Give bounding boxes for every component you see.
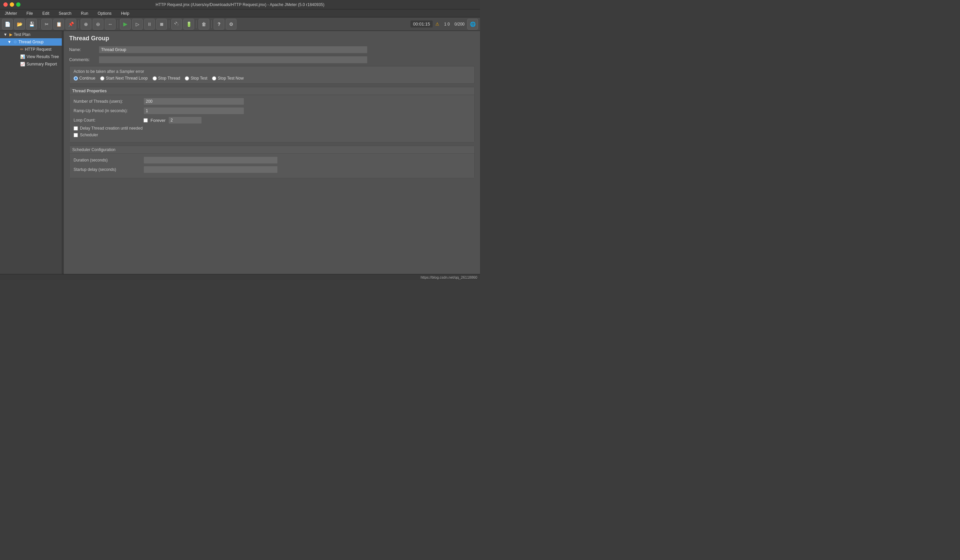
scheduler-checkbox[interactable] [74, 133, 78, 137]
sidebar-item-http-request[interactable]: ✏ HTTP Request [0, 46, 62, 53]
startup-delay-input[interactable] [144, 166, 278, 173]
scheduler-configuration-section: Scheduler Configuration Duration (second… [69, 146, 475, 178]
sidebar-item-thread-group[interactable]: ▼ ⚙ Thread Group [0, 38, 62, 46]
menu-run[interactable]: Run [79, 10, 90, 16]
sidebar-label-test-plan: Test Plan [14, 32, 30, 37]
minimize-button[interactable] [10, 2, 14, 7]
window-controls[interactable] [3, 2, 21, 7]
radio-stop-test-now-input[interactable] [212, 76, 216, 81]
copy-button[interactable]: 📋 [53, 19, 64, 30]
delay-thread-label: Delay Thread creation until needed [80, 126, 143, 131]
name-row: Name: [69, 46, 475, 53]
num-threads-label: Number of Threads (users): [74, 99, 141, 104]
startup-delay-row: Startup delay (seconds) [74, 166, 470, 173]
loop-count-row: Loop Count: Forever [74, 116, 470, 124]
radio-start-next-input[interactable] [100, 76, 104, 81]
ramp-up-label: Ramp-Up Period (in seconds): [74, 108, 141, 113]
num-threads-row: Number of Threads (users): [74, 98, 470, 105]
new-button[interactable]: 📄 [2, 19, 13, 30]
thread-properties-header: Thread Properties [70, 87, 474, 95]
save-button[interactable]: 💾 [26, 19, 37, 30]
paste-button[interactable]: 📌 [66, 19, 76, 30]
stop-button[interactable]: ⏹ [156, 19, 167, 30]
menu-edit[interactable]: Edit [40, 10, 51, 16]
content-area: Thread Group Name: Comments: Action to b… [64, 31, 480, 274]
delay-thread-checkbox[interactable] [74, 126, 78, 131]
radio-stop-test-now[interactable]: Stop Test Now [212, 76, 243, 81]
radio-stop-test-now-label: Stop Test Now [218, 76, 243, 81]
panel-title: Thread Group [69, 35, 475, 42]
ramp-up-input[interactable] [144, 107, 244, 115]
test-plan-icon: ▶ [10, 32, 13, 37]
menu-file[interactable]: File [24, 10, 35, 16]
comments-label: Comments: [69, 57, 96, 62]
thread-properties-body: Number of Threads (users): Ramp-Up Perio… [70, 95, 474, 142]
toggle-button[interactable]: ↔ [105, 19, 115, 30]
forever-checkbox[interactable] [144, 118, 148, 123]
menu-help[interactable]: Help [119, 10, 131, 16]
radio-stop-test-input[interactable] [185, 76, 189, 81]
remote-stop-button[interactable]: 🔋 [183, 19, 194, 30]
pause-button[interactable]: ⏸ [144, 19, 155, 30]
duration-label: Duration (seconds) [74, 158, 141, 163]
menu-search[interactable]: Search [57, 10, 74, 16]
name-input[interactable] [99, 46, 368, 53]
close-button[interactable] [3, 2, 8, 7]
summary-report-icon: 📈 [20, 62, 25, 67]
duration-row: Duration (seconds) [74, 156, 470, 164]
cut-button[interactable]: ✂ [41, 19, 52, 30]
menu-bar: JMeter File Edit Search Run Options Help [0, 10, 480, 18]
num-threads-input[interactable] [144, 98, 244, 105]
sidebar-label-summary-report: Summary Report [27, 62, 57, 67]
scheduler-row: Scheduler [74, 132, 470, 137]
radio-stop-thread-input[interactable] [152, 76, 157, 81]
test-plan-expand-icon: ▼ [3, 32, 8, 37]
comments-input[interactable] [99, 56, 368, 64]
help-button[interactable]: ? [214, 19, 224, 30]
remote-icon[interactable]: 🌐 [467, 19, 478, 30]
forever-label: Forever [150, 118, 166, 123]
menu-options[interactable]: Options [96, 10, 114, 16]
scheduler-configuration-header: Scheduler Configuration [70, 146, 474, 154]
sidebar-item-view-results-tree[interactable]: 📊 View Results Tree [0, 53, 62, 61]
collapse-button[interactable]: ⊖ [93, 19, 104, 30]
action-section: Action to be taken after a Sampler error… [69, 66, 475, 84]
radio-continue[interactable]: Continue [74, 76, 95, 81]
sidebar-item-summary-report[interactable]: 📈 Summary Report [0, 61, 62, 68]
loop-count-label: Loop Count: [74, 118, 141, 123]
elapsed-time: 00:01:15 [410, 21, 433, 27]
play-button[interactable]: ▶ [120, 19, 131, 30]
thread-properties-section: Thread Properties Number of Threads (use… [69, 87, 475, 142]
action-label: Action to be taken after a Sampler error [74, 69, 470, 74]
sidebar-label-thread-group: Thread Group [18, 40, 44, 44]
settings-button[interactable]: ⚙ [226, 19, 237, 30]
radio-stop-test[interactable]: Stop Test [185, 76, 207, 81]
separator-1 [39, 20, 39, 28]
open-button[interactable]: 📂 [14, 19, 25, 30]
sidebar-label-view-results-tree: View Results Tree [27, 54, 59, 59]
clear-button[interactable]: 🗑 [198, 19, 209, 30]
http-request-icon: ✏ [20, 47, 24, 52]
action-radio-group: Continue Start Next Thread Loop Stop Thr… [74, 76, 470, 81]
warning-icon: ⚠ [435, 21, 439, 27]
sidebar: ▼ ▶ Test Plan ▼ ⚙ Thread Group ✏ HTTP Re… [0, 31, 62, 274]
radio-start-next[interactable]: Start Next Thread Loop [100, 76, 148, 81]
window-title: HTTP Request.jmx (/Users/xy/Downloads/HT… [155, 2, 324, 7]
name-label: Name: [69, 47, 96, 52]
title-bar: HTTP Request.jmx (/Users/xy/Downloads/HT… [0, 0, 480, 10]
expand-button[interactable]: ⊕ [81, 19, 91, 30]
radio-continue-input[interactable] [74, 76, 78, 81]
radio-stop-thread[interactable]: Stop Thread [152, 76, 180, 81]
loop-count-input[interactable] [168, 116, 202, 124]
error-count: 1 0 [444, 22, 450, 27]
thread-group-expand-icon: ▼ [7, 40, 12, 44]
radio-continue-label: Continue [79, 76, 95, 81]
separator-5 [196, 20, 197, 28]
delay-thread-row: Delay Thread creation until needed [74, 126, 470, 131]
sidebar-item-test-plan[interactable]: ▼ ▶ Test Plan [0, 31, 62, 38]
duration-input[interactable] [144, 156, 278, 164]
radio-stop-thread-label: Stop Thread [158, 76, 180, 81]
play-selected-button[interactable]: ▷ [132, 19, 143, 30]
maximize-button[interactable] [16, 2, 21, 7]
remote-start-button[interactable]: 🔌 [171, 19, 182, 30]
